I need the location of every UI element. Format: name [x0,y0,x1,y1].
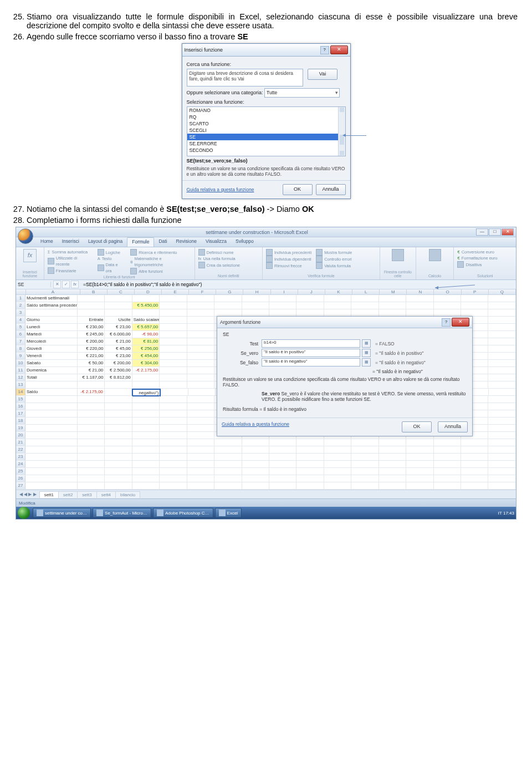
enter-formula-icon[interactable]: ✓ [62,281,70,288]
sheet-tab[interactable]: sett2 [58,491,78,498]
scrollbar[interactable] [338,107,345,156]
list-item[interactable]: SECONDO [187,147,345,154]
window-titlebar[interactable]: settimane under construction - Microsoft… [16,227,516,237]
help-icon[interactable]: ? [442,318,451,327]
help-icon[interactable]: ? [320,46,329,54]
col-header[interactable]: G [216,289,243,294]
formula-input[interactable]: =SE(b14>0;"Il saldo è in positivo";"Il s… [81,282,516,287]
ribbon-item[interactable]: Altre funzioni [130,268,191,274]
col-header[interactable]: L [352,289,380,294]
ref-icon[interactable]: ▦ [362,349,371,357]
insert-function-icon[interactable]: fx [23,249,37,262]
go-button[interactable]: Vai [308,69,337,80]
ribbon-item[interactable]: Crea da selezione [198,262,259,268]
table-row[interactable]: 1Movimenti settimanali [16,295,516,302]
cancel-formula-icon[interactable]: ✕ [53,281,61,288]
col-header[interactable]: M [380,289,407,294]
list-item[interactable]: SE.ERRORE [187,140,345,147]
ribbon-item[interactable]: Individua dipendenti [266,256,311,262]
ribbon-item[interactable]: Logiche [98,249,125,256]
minimize-icon[interactable]: — [476,228,488,236]
col-header[interactable]: P [462,289,489,294]
col-header[interactable]: O [434,289,461,294]
taskbar-item[interactable]: Excel [215,508,242,518]
name-box[interactable]: SE [16,282,51,287]
col-header[interactable]: C [108,289,135,294]
list-item[interactable]: ROMANO [187,107,345,114]
col-header[interactable]: F [189,289,216,294]
watch-window-icon[interactable] [392,249,404,261]
tab-formule[interactable]: Formule [127,237,154,247]
tab-home[interactable]: Home [36,237,58,247]
ribbon-item[interactable]: θMatematiche e trigonometriche [130,256,191,268]
sheet-tab[interactable]: sett4 [96,491,116,498]
close-icon[interactable]: ✕ [330,45,348,54]
table-row[interactable]: 22 [16,446,516,454]
ribbon-item[interactable]: ΣSomma automatica [48,249,92,255]
ribbon-item[interactable]: Rimuovi frecce [266,262,311,269]
col-header[interactable]: H [243,289,270,294]
ribbon-item[interactable]: fxUsa nella formula [198,256,259,262]
table-row[interactable]: 25 [16,468,516,475]
calc-options-icon[interactable] [429,249,441,261]
ribbon-item[interactable]: Definisci nome [198,249,259,256]
maximize-icon[interactable]: □ [489,228,501,236]
ribbon-item[interactable]: Mostra formule [316,249,352,256]
cancel-button[interactable]: Annulla [438,421,468,432]
ribbon-item[interactable]: Data e ora [98,262,125,274]
list-item-selected[interactable]: SE [187,134,345,140]
list-item[interactable]: RQ [187,114,345,120]
col-header[interactable]: K [325,289,352,294]
tab-revisione[interactable]: Revisione [172,237,201,247]
ref-icon[interactable]: ▦ [362,339,371,348]
col-header[interactable]: B [80,289,108,294]
tab-visualizza[interactable]: Visualizza [201,237,231,247]
office-button[interactable] [18,228,33,244]
col-header[interactable]: I [271,289,298,294]
table-row[interactable]: 23 [16,454,516,461]
sefalso-input[interactable]: "Il saldo è in negativo" [262,358,360,366]
ribbon-item[interactable]: Finanziarie [48,267,92,274]
tab-sviluppo[interactable]: Sviluppo [231,237,258,247]
tab-dati[interactable]: Dati [154,237,171,247]
tab-inserisci[interactable]: Inserisci [58,237,84,247]
start-button[interactable] [18,507,30,519]
ref-icon[interactable]: ▦ [362,358,371,366]
test-input[interactable]: b14>0 [262,339,360,348]
sheet-tab[interactable]: sett3 [77,491,96,498]
help-link[interactable]: Guida relativa a questa funzione [187,187,254,192]
ok-button[interactable]: OK [402,421,432,432]
ribbon-item[interactable]: Disattiva [457,261,513,268]
tab-layout[interactable]: Layout di pagina [84,237,127,247]
fx-icon[interactable]: fx [71,281,79,288]
ribbon-item[interactable]: Ricerca e riferimento [130,249,191,256]
list-item[interactable]: SCARTO [187,120,345,127]
close-icon[interactable]: ✕ [452,318,469,327]
ok-button[interactable]: OK [283,184,313,195]
table-row[interactable]: 2Saldo settimana precedente€ 5.450,00 [16,302,516,309]
list-item[interactable]: SCEGLI [187,127,345,134]
table-row[interactable]: 24 [16,461,516,468]
table-row[interactable]: 27 [16,482,516,490]
ribbon-item[interactable]: Controllo errori [316,256,352,262]
ribbon-item[interactable]: ATesto [98,256,125,262]
category-select[interactable]: Tutte [264,88,340,98]
ribbon-item[interactable]: Utilizzate di recente [48,255,92,267]
ribbon-item[interactable]: Individua precedenti [266,249,311,256]
system-tray[interactable]: IT 17:43 [498,511,514,516]
search-input[interactable]: Digitare una breve descrizione di cosa s… [187,69,303,86]
col-header[interactable]: A [26,289,80,294]
taskbar-item[interactable]: Se_formAut - Micro… [93,508,151,518]
col-header[interactable]: D [135,289,162,294]
col-header[interactable]: J [298,289,325,294]
table-row[interactable]: 21 [16,439,516,446]
col-header[interactable]: Q [489,289,516,294]
dialog-titlebar[interactable]: Inserisci funzione ? ✕ [182,44,350,57]
table-row[interactable]: 26 [16,475,516,482]
sevaero-input[interactable]: "Il saldo è in positivo" [262,349,360,357]
cancel-button[interactable]: Annulla [316,184,346,195]
ribbon-item[interactable]: €Conversione euro [457,249,513,255]
function-list[interactable]: ROMANO RQ SCARTO SCEGLI SE SE.ERRORE SEC… [187,106,346,156]
col-header[interactable]: E [162,289,189,294]
close-icon[interactable]: ✕ [502,228,514,236]
